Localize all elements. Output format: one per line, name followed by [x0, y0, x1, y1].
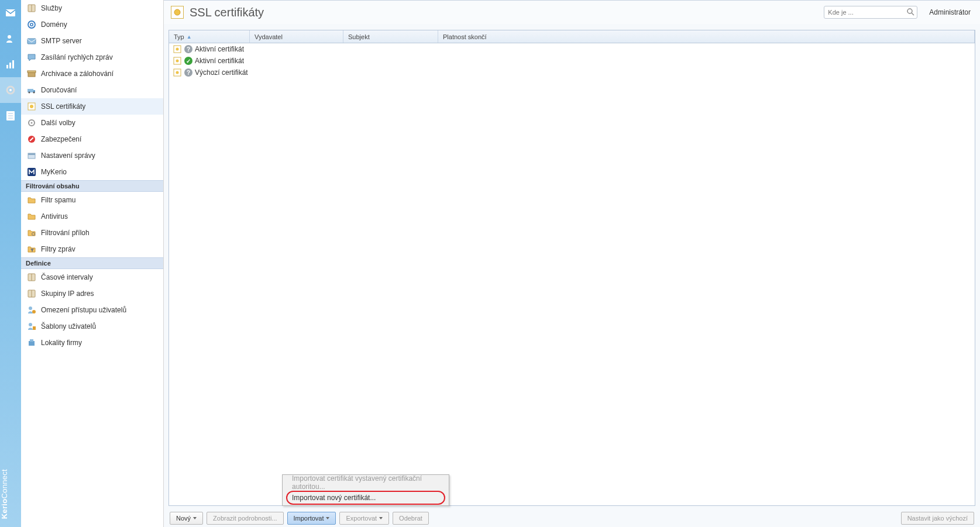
rail-item-settings[interactable]: [0, 77, 21, 103]
table-row[interactable]: ?Výchozí certifikát: [169, 67, 975, 78]
details-button[interactable]: Zobrazit podrobnosti...: [207, 512, 283, 525]
import-button[interactable]: Importovat: [287, 512, 336, 525]
sidebar-item-ssl-certifik-ty[interactable]: SSL certifikáty: [21, 98, 163, 115]
svg-rect-2: [6, 65, 8, 68]
sidebar-item-filtr-spamu[interactable]: Filtr spamu: [21, 192, 163, 208]
sidebar-item-label: Služby: [41, 4, 62, 12]
search-wrap: [824, 6, 917, 19]
col-header-vydavatel[interactable]: Vydavatel: [250, 30, 343, 43]
col-header-platnost[interactable]: Platnost skončí: [438, 30, 975, 43]
svg-rect-17: [27, 71, 36, 73]
svg-point-13: [28, 21, 35, 28]
security-icon: [27, 135, 36, 144]
svg-point-20: [29, 92, 30, 94]
sidebar-item-omezen-p-stupu-u-ivatel-[interactable]: Omezení přístupu uživatelů: [21, 302, 163, 318]
rail-item-notes[interactable]: [0, 103, 21, 129]
search-icon[interactable]: [906, 8, 914, 16]
sidebar-item-zas-l-n-rychl-ch-zpr-v[interactable]: Zasílání rychlých zpráv: [21, 49, 163, 66]
sidebar-item-dom-ny[interactable]: Domény: [21, 16, 163, 33]
import-dropdown-menu: Importovat certifikát vystavený certifik…: [282, 474, 449, 506]
sidebar-item-label: MyKerio: [41, 168, 67, 176]
cert-name: Aktivní certifikát: [195, 45, 244, 53]
grid-body: ?Aktivní certifikát✓Aktivní certifikát?V…: [169, 43, 975, 505]
export-button[interactable]: Exportovat: [339, 512, 389, 525]
sidebar-item-antivirus[interactable]: Antivirus: [21, 208, 163, 225]
col-header-subjekt[interactable]: Subjekt: [343, 30, 438, 43]
sidebar-item-doru-ov-n-[interactable]: Doručování: [21, 82, 163, 98]
folder-filter-icon: [27, 244, 36, 254]
sidebar-item-lokality-firmy[interactable]: Lokality firmy: [21, 335, 163, 351]
sidebar-group-def: Definice: [21, 257, 163, 269]
mail-icon: [6, 8, 15, 18]
sidebar-item-smtp-server[interactable]: SMTP server: [21, 33, 163, 49]
gear-icon: [6, 85, 15, 95]
menu-import-ca-cert: Importovat certifikát vystavený certifik…: [283, 475, 449, 490]
svg-point-1: [8, 35, 11, 39]
table-row[interactable]: ?Aktivní certifikát: [169, 43, 975, 55]
set-default-button[interactable]: Nastavit jako výchozí: [901, 512, 974, 525]
cert-row-icon: [173, 44, 182, 54]
sidebar-item-dal-volby[interactable]: Další volby: [21, 115, 163, 131]
admin-menu[interactable]: Administrátor: [929, 8, 973, 16]
sidebar-item-label: Zasílání rychlých zpráv: [41, 53, 113, 61]
smtp-icon: [27, 36, 36, 46]
new-button[interactable]: Nový: [170, 512, 203, 525]
svg-rect-4: [12, 60, 14, 68]
sidebar-item-zabezpe-en-[interactable]: Zabezpečení: [21, 131, 163, 147]
at-icon: [27, 20, 36, 29]
cert-row-icon: [173, 56, 182, 66]
ssl-icon: [27, 102, 36, 111]
sidebar-item-filtrov-n-p-loh[interactable]: Filtrování příloh: [21, 225, 163, 241]
sidebar-item-archivace-a-z-lohov-n-[interactable]: Archivace a zálohování: [21, 66, 163, 82]
sidebar-item-label: Časové intervaly: [41, 273, 93, 281]
cert-row-icon: [173, 68, 182, 77]
status-unknown-icon: ?: [184, 68, 192, 77]
folder-icon: [27, 212, 36, 221]
svg-point-50: [176, 71, 179, 74]
search-input[interactable]: [824, 6, 917, 19]
sidebar-item-label: Domény: [41, 20, 67, 29]
sidebar-item-filtry-zpr-v[interactable]: Filtry zpráv: [21, 241, 163, 257]
sidebar-item-slu-by[interactable]: Služby: [21, 0, 163, 16]
svg-rect-40: [29, 341, 35, 346]
sidebar-item--ablony-u-ivatel-[interactable]: Šablony uživatelů: [21, 318, 163, 335]
admin-icon: [27, 151, 36, 160]
sidebar-item-nastaven-spr-vy[interactable]: Nastavení správy: [21, 147, 163, 164]
svg-rect-3: [9, 63, 11, 68]
page-title: SSL certifikáty: [190, 6, 818, 19]
svg-point-25: [31, 122, 33, 124]
users-icon: [6, 34, 15, 43]
sidebar-item-mykerio[interactable]: MyKerio: [21, 164, 163, 180]
sidebar-item-label: Skupiny IP adres: [41, 290, 94, 298]
book-icon: [27, 289, 36, 298]
book-icon: [27, 273, 36, 282]
status-unknown-icon: ?: [184, 45, 192, 53]
bottom-toolbar: Nový Zobrazit podrobnosti... Importovat …: [164, 509, 980, 527]
sidebar-item--asov-intervaly[interactable]: Časové intervaly: [21, 269, 163, 285]
svg-rect-29: [28, 153, 35, 155]
ssl-title-icon: [171, 6, 184, 19]
chevron-down-icon: [193, 517, 197, 519]
chevron-down-icon: [326, 517, 329, 519]
sidebar-item-label: Nastavení správy: [41, 151, 95, 160]
svg-point-21: [33, 92, 35, 94]
col-header-typ[interactable]: Typ ▲: [169, 30, 250, 43]
rail-item-mail[interactable]: [0, 0, 21, 26]
sidebar-item-skupiny-ip-adres[interactable]: Skupiny IP adres: [21, 285, 163, 302]
left-rail: KerioConnect: [0, 0, 21, 527]
menu-import-new-cert[interactable]: Importovat nový certifikát...: [283, 490, 449, 505]
rail-item-stats[interactable]: [0, 51, 21, 77]
svg-point-46: [176, 48, 179, 51]
rail-item-users[interactable]: [0, 26, 21, 51]
sidebar-item-label: Filtrování příloh: [41, 229, 90, 237]
sidebar-item-label: Antivirus: [41, 212, 68, 221]
certificate-grid: Typ ▲ Vydavatel Subjekt Platnost skončí …: [169, 30, 975, 506]
remove-button[interactable]: Odebrat: [393, 512, 429, 525]
sidebar: SlužbyDoménySMTP serverZasílání rychlých…: [21, 0, 164, 527]
table-row[interactable]: ✓Aktivní certifikát: [169, 55, 975, 67]
user-template-icon: [27, 322, 36, 331]
brand-label: KerioConnect: [0, 461, 21, 527]
svg-point-23: [30, 105, 33, 108]
archive-icon: [27, 69, 36, 78]
content: SSL certifikáty Administrátor Typ ▲ Vyda…: [164, 0, 980, 527]
